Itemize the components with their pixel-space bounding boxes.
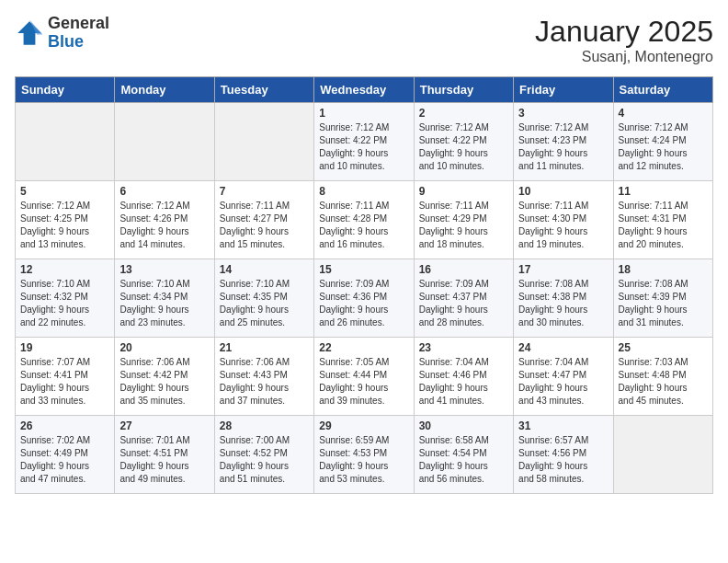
day-info: Sunrise: 7:06 AM Sunset: 4:43 PM Dayligh… [220,356,309,408]
day-number: 5 [20,185,109,198]
day-info: Sunrise: 7:07 AM Sunset: 4:41 PM Dayligh… [20,356,109,408]
weekday-header-wednesday: Wednesday [314,77,414,103]
day-info: Sunrise: 7:12 AM Sunset: 4:22 PM Dayligh… [419,121,508,173]
calendar-cell: 22Sunrise: 7:05 AM Sunset: 4:44 PM Dayli… [314,338,414,416]
calendar-cell [115,103,214,181]
calendar-cell: 29Sunrise: 6:59 AM Sunset: 4:53 PM Dayli… [314,416,414,494]
day-number: 31 [518,419,608,432]
day-info: Sunrise: 7:09 AM Sunset: 4:37 PM Dayligh… [419,278,508,329]
calendar-cell: 4Sunrise: 7:12 AM Sunset: 4:24 PM Daylig… [613,103,712,181]
location-subtitle: Susanj, Montenegro [535,49,713,65]
calendar-table: SundayMondayTuesdayWednesdayThursdayFrid… [15,76,713,494]
calendar-cell: 23Sunrise: 7:04 AM Sunset: 4:46 PM Dayli… [414,338,513,416]
day-number: 7 [220,185,309,198]
day-info: Sunrise: 7:12 AM Sunset: 4:22 PM Dayligh… [319,121,408,173]
day-number: 6 [119,185,209,198]
weekday-header-sunday: Sunday [16,77,115,103]
weekday-header-row: SundayMondayTuesdayWednesdayThursdayFrid… [16,77,713,103]
calendar-cell: 8Sunrise: 7:11 AM Sunset: 4:28 PM Daylig… [314,181,414,259]
day-number: 8 [319,185,408,198]
calendar-cell: 10Sunrise: 7:11 AM Sunset: 4:30 PM Dayli… [514,181,613,259]
day-number: 11 [619,185,708,198]
calendar-cell: 25Sunrise: 7:03 AM Sunset: 4:48 PM Dayli… [613,338,712,416]
day-info: Sunrise: 6:58 AM Sunset: 4:54 PM Dayligh… [419,434,508,486]
day-number: 17 [518,263,608,276]
calendar-cell: 28Sunrise: 7:00 AM Sunset: 4:52 PM Dayli… [214,416,313,494]
calendar-cell: 24Sunrise: 7:04 AM Sunset: 4:47 PM Dayli… [514,338,613,416]
day-info: Sunrise: 7:11 AM Sunset: 4:29 PM Dayligh… [419,200,508,251]
day-info: Sunrise: 7:10 AM Sunset: 4:32 PM Dayligh… [20,278,109,329]
day-info: Sunrise: 7:05 AM Sunset: 4:44 PM Dayligh… [319,356,408,408]
calendar-cell: 5Sunrise: 7:12 AM Sunset: 4:25 PM Daylig… [16,181,115,259]
day-number: 28 [220,419,309,432]
weekday-header-tuesday: Tuesday [214,77,313,103]
calendar-cell: 11Sunrise: 7:11 AM Sunset: 4:31 PM Dayli… [613,181,712,259]
day-number: 21 [220,341,309,354]
day-number: 23 [419,341,508,354]
day-info: Sunrise: 7:11 AM Sunset: 4:27 PM Dayligh… [220,200,309,251]
calendar-cell: 26Sunrise: 7:02 AM Sunset: 4:49 PM Dayli… [16,416,115,494]
day-number: 18 [619,263,708,276]
calendar-cell [613,416,712,494]
day-info: Sunrise: 6:57 AM Sunset: 4:56 PM Dayligh… [518,434,608,486]
day-info: Sunrise: 7:12 AM Sunset: 4:26 PM Dayligh… [119,200,209,251]
weekday-header-thursday: Thursday [414,77,513,103]
calendar-cell: 9Sunrise: 7:11 AM Sunset: 4:29 PM Daylig… [414,181,513,259]
calendar-cell: 16Sunrise: 7:09 AM Sunset: 4:37 PM Dayli… [414,259,513,338]
day-info: Sunrise: 7:09 AM Sunset: 4:36 PM Dayligh… [319,278,408,329]
calendar-cell: 30Sunrise: 6:58 AM Sunset: 4:54 PM Dayli… [414,416,513,494]
title-area: January 2025 Susanj, Montenegro [535,15,713,65]
calendar-cell: 21Sunrise: 7:06 AM Sunset: 4:43 PM Dayli… [214,338,313,416]
day-info: Sunrise: 7:02 AM Sunset: 4:49 PM Dayligh… [20,434,109,486]
day-number: 30 [419,419,508,432]
calendar-cell: 14Sunrise: 7:10 AM Sunset: 4:35 PM Dayli… [214,259,313,338]
day-info: Sunrise: 7:11 AM Sunset: 4:31 PM Dayligh… [619,200,708,251]
day-info: Sunrise: 7:04 AM Sunset: 4:47 PM Dayligh… [518,356,608,408]
calendar-cell: 6Sunrise: 7:12 AM Sunset: 4:26 PM Daylig… [115,181,214,259]
day-info: Sunrise: 7:12 AM Sunset: 4:24 PM Dayligh… [619,121,708,173]
calendar-cell: 2Sunrise: 7:12 AM Sunset: 4:22 PM Daylig… [414,103,513,181]
week-row-1: 1Sunrise: 7:12 AM Sunset: 4:22 PM Daylig… [16,103,713,181]
day-number: 10 [518,185,608,198]
day-number: 27 [119,419,209,432]
day-info: Sunrise: 7:10 AM Sunset: 4:34 PM Dayligh… [119,278,209,329]
day-number: 4 [619,107,708,120]
calendar-cell [16,103,115,181]
calendar-cell: 27Sunrise: 7:01 AM Sunset: 4:51 PM Dayli… [115,416,214,494]
calendar-cell: 15Sunrise: 7:09 AM Sunset: 4:36 PM Dayli… [314,259,414,338]
calendar-cell: 20Sunrise: 7:06 AM Sunset: 4:42 PM Dayli… [115,338,214,416]
weekday-header-friday: Friday [514,77,613,103]
day-number: 1 [319,107,408,120]
week-row-3: 12Sunrise: 7:10 AM Sunset: 4:32 PM Dayli… [16,259,713,338]
day-info: Sunrise: 6:59 AM Sunset: 4:53 PM Dayligh… [319,434,408,486]
day-info: Sunrise: 7:04 AM Sunset: 4:46 PM Dayligh… [419,356,508,408]
day-number: 3 [518,107,608,120]
day-number: 24 [518,341,608,354]
day-number: 2 [419,107,508,120]
calendar-cell: 19Sunrise: 7:07 AM Sunset: 4:41 PM Dayli… [16,338,115,416]
logo-icon [15,18,44,48]
day-number: 9 [419,185,508,198]
day-number: 22 [319,341,408,354]
calendar-cell: 1Sunrise: 7:12 AM Sunset: 4:22 PM Daylig… [314,103,414,181]
day-info: Sunrise: 7:12 AM Sunset: 4:25 PM Dayligh… [20,200,109,251]
day-number: 19 [20,341,109,354]
day-info: Sunrise: 7:11 AM Sunset: 4:28 PM Dayligh… [319,200,408,251]
week-row-5: 26Sunrise: 7:02 AM Sunset: 4:49 PM Dayli… [16,416,713,494]
logo-blue-text: Blue [48,33,109,52]
day-info: Sunrise: 7:06 AM Sunset: 4:42 PM Dayligh… [119,356,209,408]
calendar-cell: 13Sunrise: 7:10 AM Sunset: 4:34 PM Dayli… [115,259,214,338]
logo-general-text: General [48,15,109,33]
day-number: 14 [220,263,309,276]
weekday-header-monday: Monday [115,77,214,103]
day-info: Sunrise: 7:10 AM Sunset: 4:35 PM Dayligh… [220,278,309,329]
day-info: Sunrise: 7:12 AM Sunset: 4:23 PM Dayligh… [518,121,608,173]
header: General Blue January 2025 Susanj, Monten… [15,15,713,65]
calendar-cell: 18Sunrise: 7:08 AM Sunset: 4:39 PM Dayli… [613,259,712,338]
day-number: 25 [619,341,708,354]
calendar-cell: 17Sunrise: 7:08 AM Sunset: 4:38 PM Dayli… [514,259,613,338]
day-number: 15 [319,263,408,276]
calendar-cell: 7Sunrise: 7:11 AM Sunset: 4:27 PM Daylig… [214,181,313,259]
calendar-cell: 3Sunrise: 7:12 AM Sunset: 4:23 PM Daylig… [514,103,613,181]
day-info: Sunrise: 7:00 AM Sunset: 4:52 PM Dayligh… [220,434,309,486]
